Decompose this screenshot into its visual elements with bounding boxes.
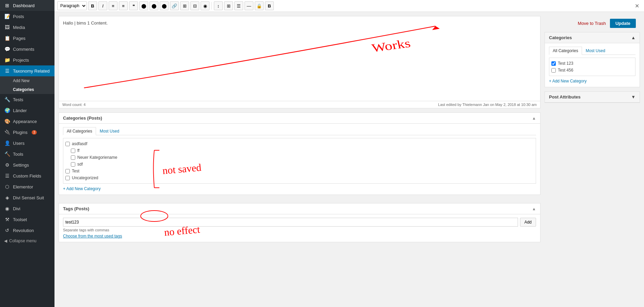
- sidebar-item-lander[interactable]: 🌍 Länder: [0, 105, 54, 116]
- category-check-sdf[interactable]: [71, 162, 75, 167]
- right-cat-check-test456[interactable]: [551, 68, 556, 73]
- toolbar-separator-1: [211, 2, 212, 10]
- sidebar-item-pages[interactable]: 📋 Pages: [0, 33, 54, 44]
- tools-icon: 🔨: [4, 151, 10, 157]
- appearance-icon: 🎨: [4, 119, 10, 124]
- update-button[interactable]: Update: [610, 19, 636, 28]
- sidebar-item-toolset[interactable]: ⚒ Toolset: [0, 214, 54, 225]
- sidebar-item-revolution[interactable]: ↺ Revolution: [0, 225, 54, 236]
- sidebar-submenu-categories[interactable]: Categories: [0, 85, 54, 94]
- lock-button[interactable]: 🔒: [255, 1, 264, 10]
- bold2-button[interactable]: B: [265, 1, 274, 10]
- align-left-button[interactable]: ⬤: [139, 1, 148, 10]
- word-count: Word count: 4: [62, 103, 85, 107]
- divider-button[interactable]: —: [245, 1, 253, 10]
- editor-container: Hallo | bims 1 Content. Works Word count…: [59, 16, 540, 108]
- category-label-uncategorized: Uncategorized: [72, 175, 98, 180]
- right-categories-add-new-link[interactable]: + Add New Category: [549, 79, 586, 83]
- paragraph-select[interactable]: Paragraph: [57, 1, 87, 10]
- tags-input[interactable]: [63, 218, 518, 227]
- fullscreen-button[interactable]: ◉: [201, 1, 209, 10]
- sidebar-item-dashboard[interactable]: ⊞ Dashboard: [0, 0, 54, 11]
- sidebar-item-elementor[interactable]: ⬡ Elementor: [0, 181, 54, 192]
- dashboard-icon: ⊞: [4, 3, 10, 8]
- tags-panel-header[interactable]: Tags (Posts) ▲: [59, 203, 540, 214]
- collapse-menu[interactable]: ◀ Collapse menu: [0, 236, 54, 246]
- posts-icon: 📝: [4, 14, 10, 19]
- right-cat-tab-all[interactable]: All Categories: [549, 47, 582, 55]
- bold-button[interactable]: B: [88, 1, 97, 10]
- svg-text:Works: Works: [371, 37, 412, 55]
- sidebar-item-divi-sensei[interactable]: ◈ Divi Sensei Suit: [0, 192, 54, 203]
- right-cat-tab-most-used[interactable]: Most Used: [582, 47, 609, 55]
- sidebar-item-users[interactable]: 👤 Users: [0, 138, 54, 149]
- category-check-asdfasdf[interactable]: [65, 142, 70, 146]
- sidebar-item-custom-fields[interactable]: ☰ Custom Fields: [0, 170, 54, 181]
- categories-tab-most-used[interactable]: Most Used: [96, 127, 123, 135]
- collapse-icon: ◀: [4, 239, 7, 243]
- category-check-test[interactable]: [65, 169, 70, 173]
- list-button[interactable]: ☰: [234, 1, 243, 10]
- move-to-trash-link[interactable]: Move to Trash: [578, 21, 606, 26]
- blockquote-button[interactable]: ❝: [129, 1, 138, 10]
- ul-button[interactable]: ≡: [109, 1, 117, 10]
- sidebar-item-tests[interactable]: 🔧 Tests: [0, 94, 54, 105]
- toolbar-close-button[interactable]: ✕: [632, 1, 641, 10]
- plugins-icon: 🔌: [4, 129, 10, 135]
- categories-add-new-link[interactable]: + Add New Category: [63, 186, 100, 191]
- spellcheck-button[interactable]: ⊟: [190, 1, 199, 10]
- sidebar-item-media[interactable]: 🖼 Media: [0, 22, 54, 33]
- top-actions: Move to Trash Update: [545, 16, 640, 28]
- tags-most-used-link[interactable]: Choose from the most used tags: [63, 234, 122, 239]
- table-button[interactable]: ⊞: [224, 1, 233, 10]
- sidebar: ⊞ Dashboard 📝 Posts 🖼 Media 📋 Pages 💬 Co…: [0, 0, 54, 307]
- sidebar-item-appearance[interactable]: 🎨 Appearance: [0, 116, 54, 127]
- sidebar-item-comments[interactable]: 💬 Comments: [0, 44, 54, 55]
- right-categories-header[interactable]: Categories ▲: [545, 32, 640, 43]
- last-edited: Last edited by Thielemann Jan on May 2, …: [438, 103, 537, 107]
- tests-icon: 🔧: [4, 97, 10, 102]
- categories-panel: Categories (Posts) ▲ All Categories Most…: [59, 112, 540, 195]
- sidebar-item-tools[interactable]: 🔨 Tools: [0, 149, 54, 159]
- link-button[interactable]: 🔗: [170, 1, 179, 10]
- align-center-button[interactable]: ⬤: [150, 1, 158, 10]
- sidebar-item-settings[interactable]: ⚙ Settings: [0, 159, 54, 170]
- sidebar-item-posts[interactable]: 📝 Posts: [0, 11, 54, 22]
- categories-panel-header[interactable]: Categories (Posts) ▲: [59, 113, 540, 124]
- category-item-ff: ff: [65, 147, 534, 154]
- right-cat-label-test456: Test 456: [558, 68, 573, 73]
- category-item-neuer: Neuer Kategoriename: [65, 154, 534, 161]
- category-label-sdf: sdf: [77, 162, 83, 167]
- right-cat-check-test123[interactable]: [551, 61, 556, 66]
- category-check-neuer[interactable]: [71, 155, 75, 160]
- ol-button[interactable]: ≡: [119, 1, 128, 10]
- sidebar-item-projects[interactable]: 📁 Projects: [0, 55, 54, 65]
- sidebar-submenu-add-new[interactable]: Add New: [0, 76, 54, 85]
- category-check-uncategorized[interactable]: [65, 176, 70, 180]
- category-label-test: Test: [72, 169, 79, 173]
- right-categories-arrow: ▲: [631, 35, 635, 40]
- lander-icon: 🌍: [4, 108, 10, 113]
- right-cat-item-test456: Test 456: [551, 67, 633, 74]
- right-post-attributes-header[interactable]: Post Attributes ▼: [545, 92, 640, 103]
- editor-column: Hallo | bims 1 Content. Works Word count…: [59, 16, 540, 303]
- category-check-ff[interactable]: [71, 149, 75, 153]
- right-categories-panel: Categories ▲ All Categories Most Used Te…: [545, 32, 640, 87]
- custom-fields-icon: ☰: [4, 173, 10, 179]
- sidebar-item-plugins[interactable]: 🔌 Plugins 3: [0, 127, 54, 138]
- category-label-ff: ff: [77, 148, 79, 153]
- editor-area[interactable]: Hallo | bims 1 Content. Works: [59, 16, 540, 101]
- sidebar-item-divi[interactable]: ◉ Divi: [0, 203, 54, 214]
- editor-content: Hallo | bims 1 Content.: [63, 20, 108, 26]
- tags-panel-body: Add Separate tags with commas Choose fro…: [59, 214, 540, 242]
- tags-input-row: Add: [63, 218, 536, 227]
- italic-button[interactable]: I: [98, 1, 107, 10]
- align-right-button[interactable]: ⬤: [160, 1, 169, 10]
- media-icon: 🖼: [4, 25, 10, 30]
- sidebar-item-taxonomy-related[interactable]: ☰ Taxonomy Related: [0, 65, 54, 76]
- tags-add-button[interactable]: Add: [520, 218, 536, 227]
- categories-tab-all[interactable]: All Categories: [63, 127, 96, 135]
- insert-more-button[interactable]: ⊞: [180, 1, 189, 10]
- drag-button[interactable]: ↕: [214, 1, 223, 10]
- right-post-attributes-panel: Post Attributes ▼: [545, 91, 640, 103]
